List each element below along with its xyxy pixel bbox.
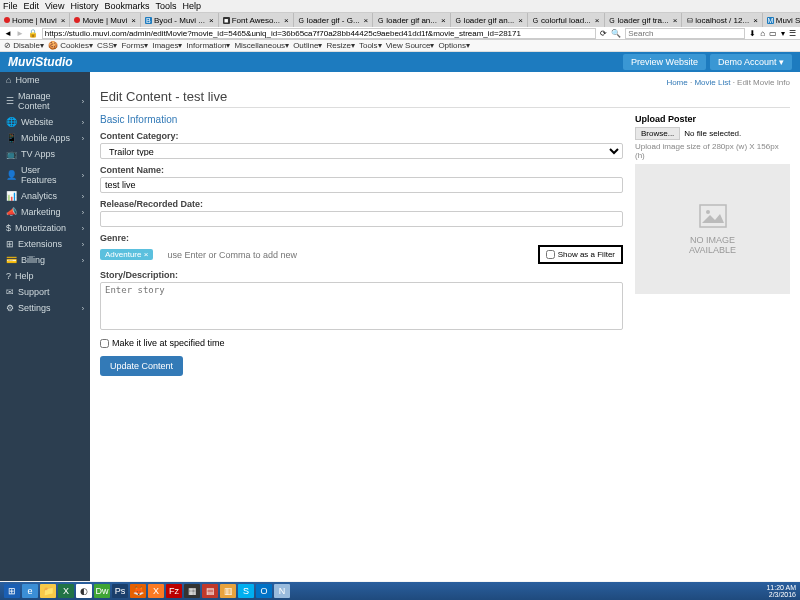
taskbar-app1[interactable]: ▦ xyxy=(184,584,200,598)
address-input[interactable] xyxy=(42,28,596,39)
menu-edit[interactable]: Edit xyxy=(24,1,40,11)
close-tab-icon[interactable]: × xyxy=(284,16,289,25)
taskbar-skype[interactable]: S xyxy=(238,584,254,598)
sidebar-item-marketing[interactable]: 📣Marketing› xyxy=(0,204,90,220)
make-live-checkbox[interactable] xyxy=(100,339,109,348)
taskbar-clock[interactable]: 11:20 AM2/3/2016 xyxy=(766,584,796,598)
close-tab-icon[interactable]: × xyxy=(441,16,446,25)
taskbar-notepad[interactable]: N xyxy=(274,584,290,598)
close-tab-icon[interactable]: × xyxy=(209,16,214,25)
download-icon[interactable]: ⬇ xyxy=(749,29,756,38)
devtool-images[interactable]: Images▾ xyxy=(152,41,182,50)
sidebar-item-mobile-apps[interactable]: 📱Mobile Apps› xyxy=(0,130,90,146)
sidebar-item-manage-content[interactable]: ☰Manage Content› xyxy=(0,88,90,114)
browser-tab[interactable]: ⛁localhost / 12...× xyxy=(682,13,762,27)
browser-tab[interactable]: Gloader gif tra...× xyxy=(605,13,683,27)
story-textarea[interactable] xyxy=(100,282,623,330)
devtool-tools[interactable]: Tools▾ xyxy=(359,41,382,50)
back-icon[interactable]: ◄ xyxy=(4,29,12,38)
genre-tag[interactable]: Adventure × xyxy=(100,249,153,260)
home-icon[interactable]: ⌂ xyxy=(760,29,765,38)
show-as-filter[interactable]: Show as a Filter xyxy=(538,245,623,264)
release-date-input[interactable] xyxy=(100,211,623,227)
sidebar-item-website[interactable]: 🌐Website› xyxy=(0,114,90,130)
devtool-miscellaneous[interactable]: Miscellaneous▾ xyxy=(234,41,289,50)
sidebar-item-help[interactable]: ?Help xyxy=(0,268,90,284)
taskbar-chrome[interactable]: ◐ xyxy=(76,584,92,598)
menu-view[interactable]: View xyxy=(45,1,64,11)
taskbar-outlook[interactable]: O xyxy=(256,584,272,598)
close-tab-icon[interactable]: × xyxy=(518,16,523,25)
devtool-forms[interactable]: Forms▾ xyxy=(121,41,148,50)
close-tab-icon[interactable]: × xyxy=(364,16,369,25)
devtool-outline[interactable]: Outline▾ xyxy=(293,41,322,50)
update-content-button[interactable]: Update Content xyxy=(100,356,183,376)
sidebar-item-settings[interactable]: ⚙Settings› xyxy=(0,300,90,316)
taskbar-ie[interactable]: e xyxy=(22,584,38,598)
close-tab-icon[interactable]: × xyxy=(595,16,600,25)
browser-tab[interactable]: MMuvi Studio |...× xyxy=(763,13,800,27)
close-tab-icon[interactable]: × xyxy=(753,16,758,25)
close-tab-icon[interactable]: × xyxy=(131,16,136,25)
sidebar-item-tv-apps[interactable]: 📺TV Apps xyxy=(0,146,90,162)
sidebar-icon: ⌂ xyxy=(6,75,11,85)
breadcrumb-home[interactable]: Home xyxy=(666,78,687,87)
preview-website-button[interactable]: Preview Website xyxy=(623,54,706,70)
menu-bookmarks[interactable]: Bookmarks xyxy=(104,1,149,11)
taskbar-firefox[interactable]: 🦊 xyxy=(130,584,146,598)
close-tab-icon[interactable]: × xyxy=(673,16,678,25)
sidebar-item-analytics[interactable]: 📊Analytics› xyxy=(0,188,90,204)
browse-button[interactable]: Browse... xyxy=(635,127,680,140)
sidebar-item-billing[interactable]: 💳Billing› xyxy=(0,252,90,268)
browser-tab[interactable]: Gloader gif - G...× xyxy=(294,13,374,27)
devtool-disable[interactable]: ⊘ Disable▾ xyxy=(4,41,44,50)
devtool-cookies[interactable]: 🍪 Cookies▾ xyxy=(48,41,93,50)
sidebar-icon[interactable]: ▭ xyxy=(769,29,777,38)
browser-tab[interactable]: Gloader gif an...× xyxy=(373,13,450,27)
browser-tab[interactable]: Gloader gif an...× xyxy=(451,13,528,27)
devtool-resize[interactable]: Resize▾ xyxy=(326,41,354,50)
chevron-right-icon: › xyxy=(82,172,84,179)
sidebar-item-monetization[interactable]: $Monetization› xyxy=(0,220,90,236)
menu-icon[interactable]: ☰ xyxy=(789,29,796,38)
filter-checkbox[interactable] xyxy=(546,250,555,259)
taskbar-xampp[interactable]: X xyxy=(148,584,164,598)
taskbar-dreamweaver[interactable]: Dw xyxy=(94,584,110,598)
devtool-options[interactable]: Options▾ xyxy=(438,41,470,50)
browser-tab[interactable]: BByod - Muvi ...× xyxy=(141,13,219,27)
menu-history[interactable]: History xyxy=(70,1,98,11)
sidebar-item-support[interactable]: ✉Support xyxy=(0,284,90,300)
browser-tab[interactable]: Movie | Muvi× xyxy=(70,13,140,27)
menu-help[interactable]: Help xyxy=(182,1,201,11)
forward-icon[interactable]: ► xyxy=(16,29,24,38)
close-tab-icon[interactable]: × xyxy=(61,16,66,25)
browser-tab[interactable]: Gcolorful load...× xyxy=(528,13,604,27)
menu-tools[interactable]: Tools xyxy=(155,1,176,11)
devtool-view source[interactable]: View Source▾ xyxy=(386,41,435,50)
genre-input[interactable] xyxy=(163,248,527,262)
taskbar-app2[interactable]: ▤ xyxy=(202,584,218,598)
taskbar-excel[interactable]: X xyxy=(58,584,74,598)
account-menu[interactable]: Demo Account ▾ xyxy=(710,54,792,70)
menu-file[interactable]: File xyxy=(3,1,18,11)
devtool-information[interactable]: Information▾ xyxy=(186,41,230,50)
make-live-row[interactable]: Make it live at specified time xyxy=(100,338,623,348)
sidebar-item-extensions[interactable]: ⊞Extensions› xyxy=(0,236,90,252)
taskbar-app3[interactable]: ▥ xyxy=(220,584,236,598)
category-label: Content Category: xyxy=(100,131,623,141)
breadcrumb-list[interactable]: Movie List xyxy=(694,78,730,87)
reload-icon[interactable]: ⟳ xyxy=(600,29,607,38)
taskbar-filezilla[interactable]: Fz xyxy=(166,584,182,598)
taskbar-photoshop[interactable]: Ps xyxy=(112,584,128,598)
search-input[interactable] xyxy=(625,28,745,39)
category-select[interactable]: Trailor type xyxy=(100,143,623,159)
devtool-css[interactable]: CSS▾ xyxy=(97,41,117,50)
sidebar-item-user-features[interactable]: 👤User Features› xyxy=(0,162,90,188)
taskbar-explorer[interactable]: 📁 xyxy=(40,584,56,598)
sidebar-item-home[interactable]: ⌂Home xyxy=(0,72,90,88)
content-name-input[interactable] xyxy=(100,177,623,193)
browser-tab[interactable]: ■Font Aweso...× xyxy=(219,13,294,27)
start-button[interactable]: ⊞ xyxy=(4,584,20,598)
pocket-icon[interactable]: ▾ xyxy=(781,29,785,38)
browser-tab[interactable]: Home | Muvi× xyxy=(0,13,70,27)
